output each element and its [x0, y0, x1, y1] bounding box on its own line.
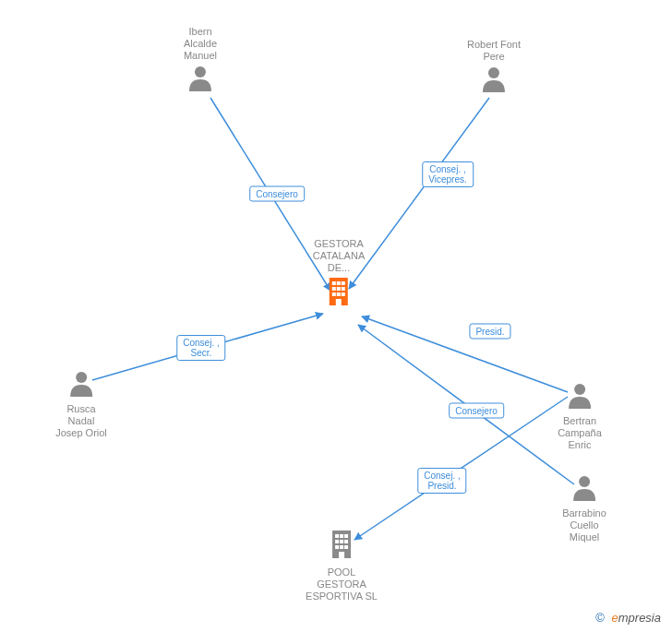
node-person-ibern[interactable]: Ibern Alcalde Manuel	[184, 26, 217, 94]
svg-rect-21	[340, 540, 343, 543]
node-person-robert[interactable]: Robert Font Pere	[467, 39, 521, 95]
edge-label-bertran-pool: Consej. , Presid.	[417, 468, 466, 494]
svg-rect-26	[339, 552, 344, 558]
svg-rect-5	[337, 287, 341, 291]
building-icon	[325, 276, 353, 310]
edge-label-bertran: Presid.	[469, 324, 510, 340]
edge-label-robert: Consej. , Vicepres.	[422, 161, 474, 187]
svg-rect-22	[344, 540, 348, 543]
node-center-company[interactable]: GESTORA CATALANA DE...	[313, 238, 365, 310]
watermark: © empresia	[595, 611, 661, 625]
node-person-bertran[interactable]: Bertran Campaña Enric	[558, 381, 602, 453]
node-person-rusca[interactable]: Rusca Nadal Josep Oriol	[55, 369, 107, 441]
center-company-label: GESTORA CATALANA DE...	[313, 238, 365, 274]
diagram-canvas: GESTORA CATALANA DE... Ibern Alcalde Man…	[0, 0, 672, 632]
svg-rect-20	[335, 540, 339, 543]
svg-rect-10	[336, 299, 342, 305]
person-icon	[570, 473, 598, 504]
person-icon	[67, 369, 95, 399]
svg-rect-8	[337, 292, 341, 296]
person-label: Ibern Alcalde Manuel	[184, 26, 217, 62]
person-icon	[480, 65, 508, 95]
svg-point-14	[574, 384, 585, 395]
person-label: Bertran Campaña Enric	[558, 415, 602, 451]
svg-rect-23	[335, 545, 339, 549]
svg-rect-25	[344, 545, 348, 549]
node-person-barrabino[interactable]: Barrabino Cuello Miquel	[562, 473, 606, 545]
brand-rest: mpresia	[618, 611, 661, 625]
edge-label-barrabino: Consejero	[449, 403, 504, 419]
person-icon	[186, 64, 214, 94]
svg-rect-19	[344, 534, 348, 538]
svg-rect-3	[342, 281, 345, 285]
person-label: Robert Font Pere	[467, 39, 521, 63]
svg-point-11	[195, 66, 206, 78]
svg-point-13	[76, 372, 87, 383]
edge-robert	[349, 98, 489, 289]
person-icon	[566, 381, 594, 411]
svg-rect-7	[332, 292, 336, 296]
svg-rect-18	[340, 534, 343, 538]
svg-rect-6	[342, 287, 345, 291]
svg-rect-4	[332, 287, 336, 291]
svg-rect-24	[340, 545, 343, 549]
svg-point-12	[488, 67, 499, 78]
person-label: Rusca Nadal Josep Oriol	[55, 403, 107, 439]
edge-bertran	[362, 316, 568, 392]
building-icon	[328, 529, 355, 563]
svg-rect-1	[332, 281, 336, 285]
svg-rect-2	[337, 281, 341, 285]
svg-rect-17	[335, 534, 339, 538]
copyright-symbol: ©	[595, 611, 605, 625]
edge-label-ibern: Consejero	[249, 186, 305, 202]
person-label: Barrabino Cuello Miquel	[562, 507, 606, 543]
svg-rect-9	[342, 292, 345, 296]
svg-point-15	[579, 476, 590, 487]
company-label: POOL GESTORA ESPORTIVA SL	[306, 566, 378, 602]
edge-label-rusca: Consej. , Secr.	[176, 335, 225, 361]
brand-e: e	[612, 611, 618, 625]
node-company-pool[interactable]: POOL GESTORA ESPORTIVA SL	[306, 529, 378, 604]
